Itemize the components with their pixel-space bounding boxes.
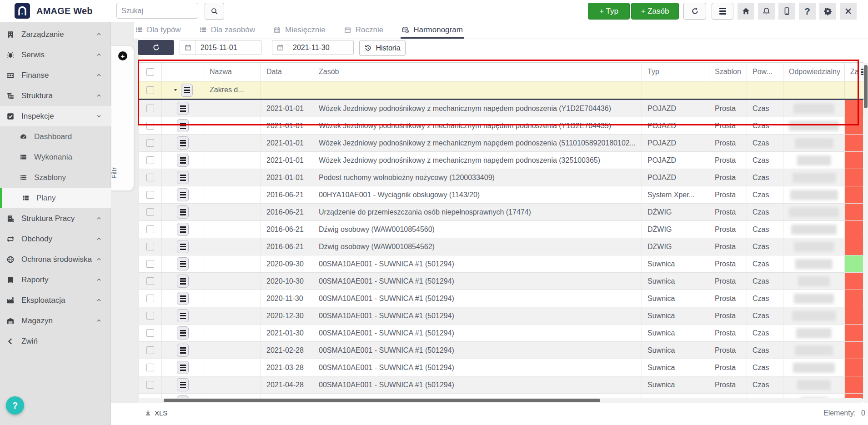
row-menu-button[interactable] [177,188,189,201]
sidebar-item-wykonania[interactable]: Wykonania [12,147,111,167]
table-row[interactable]: 2020-10-3000SMA10AE001 - SUWNICA #1 (501… [139,273,863,290]
column-header-data[interactable]: Data [261,63,313,81]
row-menu-button[interactable] [177,171,189,184]
table-row[interactable]: 2021-01-3000SMA10AE001 - SUWNICA #1 (501… [139,325,863,342]
row-menu-button[interactable] [177,309,189,322]
select-checkbox[interactable] [146,364,154,371]
table-row[interactable]: 2021-01-01Wózek Jezdniowy podnośnikowy z… [139,152,863,169]
table-row[interactable]: 2020-12-3000SMA10AE001 - SUWNICA #1 (501… [139,307,863,325]
history-button[interactable]: Historia [359,40,406,56]
row-menu-button[interactable] [177,154,189,167]
row-menu-button[interactable] [177,326,189,340]
tab-harmonogram[interactable]: Harmonogram [401,22,464,39]
table-row[interactable]: 2016-06-21Urządzenie do przemieszczania … [139,204,863,221]
tab-dla-zasobow[interactable]: Dla zasobów [198,22,256,39]
row-menu-button[interactable] [177,136,189,150]
add-type-button[interactable]: + Typ [588,3,630,20]
column-header-odpowiedzialny[interactable]: Odpowiedzialny [783,63,845,81]
table-row[interactable]: 2020-11-3000SMA10AE001 - SUWNICA #1 (501… [139,290,863,307]
home-button[interactable] [738,3,754,20]
tab-miesiecznie[interactable]: Miesięcznie [272,22,326,39]
sidebar-item-ochrona-srodowiska[interactable]: Ochrona środowiska [0,249,111,270]
table-row[interactable]: 2021-02-2800SMA10AE001 - SUWNICA #1 (501… [139,342,863,359]
select-checkbox[interactable] [146,312,154,320]
row-menu-button[interactable] [177,361,189,374]
sidebar-item-zwin[interactable]: Zwiń [0,331,111,351]
column-header-zasob[interactable]: Zasób [313,63,642,81]
column-header-nazwa[interactable]: Nazwa [204,63,261,81]
sidebar-item-inspekcje[interactable]: Inspekcje [0,106,111,126]
row-menu-button[interactable] [177,119,189,132]
refresh-button[interactable] [683,3,706,20]
sidebar-item-zarzadzanie[interactable]: Zarządzanie [0,24,111,45]
select-checkbox[interactable] [146,139,154,147]
tab-rocznie[interactable]: Rocznie [343,22,384,39]
row-menu-button[interactable] [177,205,189,219]
main-menu-button[interactable] [712,3,733,20]
row-menu-button[interactable] [177,275,189,288]
export-xls-button[interactable]: XLS [145,409,167,417]
table-row[interactable]: 2021-04-2800SMA10AE001 - SUWNICA #1 (501… [139,376,863,394]
search-button[interactable] [205,3,224,20]
select-checkbox[interactable] [146,191,154,199]
notifications-button[interactable] [758,3,775,20]
sidebar-item-serwis[interactable]: Serwis [0,45,111,65]
table-row[interactable]: 2021-03-2800SMA10AE001 - SUWNICA #1 (501… [139,359,863,376]
select-checkbox[interactable] [146,105,154,112]
close-button[interactable] [840,3,857,20]
table-refresh-button[interactable] [138,40,174,55]
column-header-pow-[interactable]: Pow... [747,63,783,81]
sidebar-item-magazyn[interactable]: Magazyn [0,310,111,331]
select-checkbox[interactable] [146,295,154,302]
select-checkbox[interactable] [146,122,154,130]
select-checkbox[interactable] [146,346,154,354]
app-logo[interactable]: AMAGE Web [0,0,111,22]
date-to-input[interactable] [288,44,352,52]
row-menu-button[interactable] [177,223,189,236]
select-checkbox[interactable] [146,86,154,94]
table-row[interactable]: 2021-01-01Wózek Jezdniowy podnośnikowy z… [139,135,863,152]
row-menu-button[interactable] [177,344,189,357]
group-row[interactable]: Zakres d... [139,81,863,100]
row-menu-button[interactable] [177,378,189,391]
help-fab-button[interactable]: ? [6,396,24,415]
select-checkbox[interactable] [146,174,154,181]
vertical-scrollbar-thumb[interactable] [864,65,868,108]
sidebar-item-raporty[interactable]: Raporty [0,270,111,290]
row-menu-button[interactable] [177,257,189,270]
select-checkbox[interactable] [146,277,154,285]
expand-filter-button[interactable]: + [118,51,127,60]
mobile-button[interactable] [778,3,795,20]
row-menu-button[interactable] [177,292,189,305]
column-header-typ[interactable]: Typ [642,63,709,81]
select-checkbox[interactable] [146,243,154,250]
vertical-scrollbar[interactable] [863,63,868,403]
select-checkbox[interactable] [146,225,154,233]
sidebar-item-finanse[interactable]: Finanse [0,65,111,85]
table-row[interactable]: 2021-01-01Podest ruchomy wolnobieżny noż… [139,169,863,186]
column-header-za[interactable]: Za [845,63,863,81]
table-row[interactable]: 2021-01-01Wózek Jezdniowy podnośnikowy z… [139,100,863,117]
horizontal-scrollbar[interactable] [139,398,863,403]
sidebar-item-struktura[interactable]: Struktura [0,85,111,106]
table-row[interactable]: 2016-06-21Dźwig osobowy (WAW0010854560)D… [139,221,863,238]
sidebar-item-dashboard[interactable]: Dashboard [12,126,111,147]
horizontal-scrollbar-thumb[interactable] [164,399,600,402]
column-header-szablon[interactable]: Szablon [709,63,747,81]
select-checkbox[interactable] [146,381,154,389]
table-row[interactable]: 2021-01-01Wózek Jezdniowy podnośnikowy z… [139,117,863,135]
date-from-input[interactable] [196,44,260,52]
sidebar-item-obchody[interactable]: Obchody [0,229,111,249]
select-checkbox[interactable] [146,260,154,268]
filter-flap[interactable]: + Filtr [111,45,134,191]
search-input[interactable] [116,3,198,19]
table-row[interactable]: 2020-09-3000SMA10AE001 - SUWNICA #1 (501… [139,255,863,273]
select-all-checkbox[interactable] [146,68,154,76]
select-checkbox[interactable] [146,208,154,216]
select-checkbox[interactable] [146,156,154,164]
sidebar-item-szablony[interactable]: Szablony [12,167,111,188]
row-menu-button[interactable] [177,240,189,253]
row-menu-button[interactable] [177,102,189,115]
select-checkbox[interactable] [146,329,154,337]
caret-down-icon[interactable] [173,87,178,93]
